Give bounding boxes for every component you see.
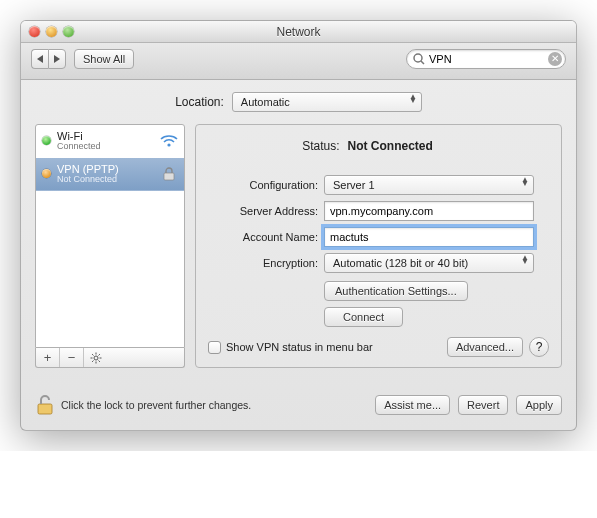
- prefs-window: Network Show All ✕ Location: Automatic ▲…: [20, 20, 577, 431]
- status-label: Status:: [230, 139, 340, 153]
- service-item-wifi[interactable]: Wi-Fi Connected: [36, 125, 184, 158]
- search-input[interactable]: [406, 49, 566, 69]
- svg-point-2: [167, 143, 170, 146]
- location-value: Automatic: [241, 96, 290, 108]
- traffic-lights: [21, 26, 74, 37]
- toolbar: Show All ✕: [21, 43, 576, 80]
- chevron-right-icon: [54, 55, 60, 63]
- help-button[interactable]: ?: [529, 337, 549, 357]
- server-address-input[interactable]: [324, 201, 534, 221]
- titlebar: Network: [21, 21, 576, 43]
- svg-rect-3: [164, 173, 174, 180]
- svg-point-4: [94, 356, 98, 360]
- show-all-button[interactable]: Show All: [74, 49, 134, 69]
- chevron-left-icon: [37, 55, 43, 63]
- svg-line-9: [92, 354, 93, 355]
- minimize-icon[interactable]: [46, 26, 57, 37]
- advanced-button[interactable]: Advanced...: [447, 337, 523, 357]
- apply-button[interactable]: Apply: [516, 395, 562, 415]
- svg-line-10: [99, 360, 100, 361]
- nav-segment: [31, 49, 66, 69]
- gear-icon: [90, 352, 102, 364]
- status-row: Status: Not Connected: [208, 139, 549, 153]
- svg-line-12: [92, 360, 93, 361]
- question-icon: ?: [536, 340, 543, 354]
- location-label: Location:: [175, 95, 224, 109]
- encryption-label: Encryption:: [208, 257, 318, 269]
- configuration-label: Configuration:: [208, 179, 318, 191]
- remove-service-button[interactable]: −: [60, 348, 84, 367]
- window-title: Network: [21, 25, 576, 39]
- encryption-popup[interactable]: Automatic (128 bit or 40 bit) ▲▼: [324, 253, 534, 273]
- location-popup[interactable]: Automatic ▲▼: [232, 92, 422, 112]
- zoom-icon[interactable]: [63, 26, 74, 37]
- service-item-vpn[interactable]: VPN (PPTP) Not Connected: [36, 158, 184, 191]
- service-list-footer: + −: [35, 348, 185, 368]
- auth-settings-button[interactable]: Authentication Settings...: [324, 281, 468, 301]
- clear-search-icon[interactable]: ✕: [548, 52, 562, 66]
- status-dot-green-icon: [42, 136, 51, 145]
- updown-arrows-icon: ▲▼: [409, 95, 417, 104]
- window-footer: Click the lock to prevent further change…: [21, 382, 576, 430]
- detail-panel: Status: Not Connected Configuration: Ser…: [195, 124, 562, 368]
- forward-button[interactable]: [48, 49, 66, 69]
- connect-button[interactable]: Connect: [324, 307, 403, 327]
- svg-rect-13: [38, 404, 52, 414]
- show-menubar-label: Show VPN status in menu bar: [226, 341, 373, 353]
- encryption-value: Automatic (128 bit or 40 bit): [333, 257, 468, 269]
- updown-arrows-icon: ▲▼: [521, 178, 529, 187]
- service-status: Connected: [57, 142, 154, 152]
- service-sidebar: Wi-Fi Connected VPN (PPTP) Not Connected: [35, 124, 185, 368]
- back-button[interactable]: [31, 49, 48, 69]
- server-address-label: Server Address:: [208, 205, 318, 217]
- revert-button[interactable]: Revert: [458, 395, 508, 415]
- status-dot-orange-icon: [42, 169, 51, 178]
- add-service-button[interactable]: +: [36, 348, 60, 367]
- configuration-value: Server 1: [333, 179, 375, 191]
- unlock-icon[interactable]: [35, 394, 55, 416]
- configuration-popup[interactable]: Server 1 ▲▼: [324, 175, 534, 195]
- account-name-input[interactable]: [324, 227, 534, 247]
- svg-point-0: [414, 54, 422, 62]
- status-value: Not Connected: [348, 139, 528, 153]
- svg-line-1: [421, 61, 424, 64]
- content: Location: Automatic ▲▼ Wi-Fi Connected: [21, 80, 576, 382]
- service-actions-button[interactable]: [84, 348, 108, 367]
- show-menubar-checkbox[interactable]: [208, 341, 221, 354]
- service-list[interactable]: Wi-Fi Connected VPN (PPTP) Not Connected: [35, 124, 185, 348]
- search-icon: [412, 52, 426, 66]
- lock-icon: [160, 167, 178, 181]
- close-icon[interactable]: [29, 26, 40, 37]
- wifi-icon: [160, 134, 178, 148]
- location-row: Location: Automatic ▲▼: [35, 92, 562, 112]
- account-name-label: Account Name:: [208, 231, 318, 243]
- assist-button[interactable]: Assist me...: [375, 395, 450, 415]
- svg-line-11: [99, 354, 100, 355]
- search-field-wrap: ✕: [406, 49, 566, 69]
- service-status: Not Connected: [57, 175, 154, 185]
- updown-arrows-icon: ▲▼: [521, 256, 529, 265]
- lock-text: Click the lock to prevent further change…: [61, 399, 251, 411]
